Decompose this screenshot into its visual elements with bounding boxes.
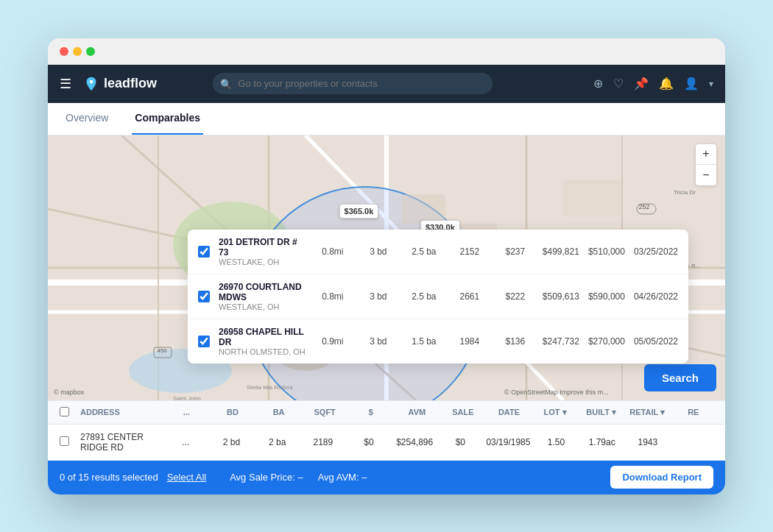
comp-ppsf-3: $136 — [497, 336, 534, 347]
comparable-address-3: 26958 CHAPEL HILL DR NORTH OLMSTED, OH — [219, 327, 306, 356]
col-header-ba: BA — [258, 408, 299, 416]
col-header-bd: BD — [213, 408, 253, 416]
row-sale: $0 — [440, 437, 480, 447]
tabs-bar: Overview Comparables — [48, 103, 725, 135]
comparables-popup: 201 DETROIT DR # 73 WESTLAKE, OH 0.8mi 3… — [188, 230, 688, 363]
col-header-date: DATE — [489, 408, 529, 416]
row-bd: 2 bd — [211, 437, 251, 447]
col-header-lot[interactable]: LOT ▾ — [535, 408, 576, 417]
traffic-light-green[interactable] — [86, 47, 95, 56]
browser-chrome — [48, 38, 725, 65]
comp-sqft-2: 2661 — [451, 291, 488, 302]
traffic-lights — [60, 47, 95, 65]
avg-sale-price: Avg Sale Price: – — [230, 472, 303, 483]
comp-beds-2: 3 bd — [360, 291, 397, 302]
comparable-checkbox-3[interactable] — [198, 336, 210, 347]
col-header-avm: AVM — [397, 408, 437, 416]
nav-search[interactable]: 🔍 — [213, 73, 493, 94]
row-sqft: 2189 — [303, 437, 343, 447]
comparable-checkbox-2[interactable] — [198, 291, 210, 302]
search-button[interactable]: Search — [644, 364, 716, 391]
col-header-sale: SALE — [443, 408, 484, 416]
select-all-link[interactable]: Select All — [167, 472, 206, 483]
comp-date-2: 04/26/2022 — [634, 291, 678, 302]
logo-icon — [83, 76, 99, 92]
comparable-row: 26970 COURTLAND MDWS WESTLAKE, OH 0.8mi … — [188, 274, 688, 319]
row-built: 1943 — [628, 437, 668, 447]
row-dots: ... — [166, 437, 205, 447]
search-icon: 🔍 — [220, 78, 232, 89]
table-header: ADDRESS ... BD BA SQFT $ AVM SALE DATE L… — [48, 401, 725, 425]
app: ☰ leadflow 🔍 ⊕ ♡ 📌 🔔 👤 ▾ — [48, 65, 725, 494]
comp-avm-2: $509,613 — [543, 291, 579, 302]
user-icon[interactable]: 👤 — [684, 77, 699, 91]
browser-window: ☰ leadflow 🔍 ⊕ ♡ 📌 🔔 👤 ▾ — [48, 38, 725, 494]
comp-sale-2: $590,000 — [588, 291, 625, 302]
comparable-row: 201 DETROIT DR # 73 WESTLAKE, OH 0.8mi 3… — [188, 230, 688, 274]
hamburger-icon[interactable]: ☰ — [60, 76, 71, 92]
navbar: ☰ leadflow 🔍 ⊕ ♡ 📌 🔔 👤 ▾ — [48, 65, 725, 103]
bell-icon[interactable]: 🔔 — [659, 77, 674, 91]
pin-icon[interactable]: 📌 — [634, 77, 649, 91]
avg-avm: Avg AVM: – — [318, 472, 367, 483]
download-report-button[interactable]: Download Report — [610, 466, 713, 489]
comp-sale-1: $510,000 — [588, 247, 625, 257]
comp-dist-3: 0.9mi — [314, 336, 351, 347]
comp-avm-1: $499,821 — [543, 247, 579, 257]
table-area: ADDRESS ... BD BA SQFT $ AVM SALE DATE L… — [48, 400, 725, 461]
traffic-light-yellow[interactable] — [73, 47, 82, 56]
row-address: 27891 CENTER RIDGE RD — [80, 432, 160, 453]
col-header-sqft: SQFT — [305, 408, 345, 416]
comp-beds-3: 3 bd — [360, 336, 397, 347]
search-input[interactable] — [213, 73, 493, 94]
comparable-row: 26958 CHAPEL HILL DR NORTH OLMSTED, OH 0… — [188, 319, 688, 363]
comp-dist-2: 0.8mi — [314, 291, 351, 302]
row-avm: $254,896 — [395, 437, 434, 447]
col-header-address: ADDRESS — [80, 408, 160, 416]
comparable-checkbox-1[interactable] — [198, 246, 210, 258]
svg-text:Tricia Dr: Tricia Dr — [674, 189, 696, 196]
bottom-bar-left: 0 of 15 results selected Select All Avg … — [60, 472, 367, 483]
map-container: Center Ridge Rd Yeoman Dr Chaucer Dr Mel… — [48, 135, 725, 400]
comp-beds-1: 3 bd — [360, 247, 397, 257]
avg-labels: Avg Sale Price: – Avg AVM: – — [230, 472, 367, 483]
logo: leadflow — [83, 76, 157, 92]
comp-baths-1: 2.5 ba — [406, 247, 442, 257]
zoom-out-button[interactable]: − — [696, 165, 716, 185]
row-ba: 2 ba — [258, 437, 297, 447]
traffic-light-red[interactable] — [60, 47, 68, 56]
tab-overview[interactable]: Overview — [63, 103, 111, 135]
row-retail: 1.79ac — [582, 437, 622, 447]
col-header-built[interactable]: BUILT ▾ — [581, 408, 621, 417]
col-header-price: $ — [350, 408, 391, 416]
comp-date-1: 03/25/2022 — [634, 247, 678, 257]
col-header-dots: ... — [166, 408, 207, 416]
svg-text:Saint John: Saint John — [173, 395, 201, 400]
comp-baths-3: 1.5 ba — [406, 336, 442, 347]
comp-ppsf-2: $222 — [497, 291, 534, 302]
svg-text:Stella Mia Ristora: Stella Mia Ristora — [247, 384, 293, 391]
svg-text:450: 450 — [157, 347, 167, 354]
svg-text:© OpenStreetMap  Improve this : © OpenStreetMap Improve this m... — [504, 389, 609, 396]
svg-rect-17 — [401, 194, 445, 224]
heart-icon[interactable]: ♡ — [613, 77, 624, 91]
row-price: $0 — [349, 437, 389, 447]
row-checkbox[interactable] — [60, 436, 69, 446]
comp-ppsf-1: $237 — [497, 247, 534, 257]
comp-date-3: 05/05/2022 — [634, 336, 678, 347]
map-zoom-controls: + − — [696, 144, 716, 185]
svg-text:© mapbox: © mapbox — [54, 389, 85, 396]
comp-baths-2: 2.5 ba — [406, 291, 442, 302]
zoom-in-button[interactable]: + — [696, 144, 716, 165]
comp-sale-3: $270,000 — [588, 336, 625, 347]
comp-dist-1: 0.8mi — [314, 247, 351, 257]
add-icon[interactable]: ⊕ — [593, 77, 603, 91]
comparable-address-2: 26970 COURTLAND MDWS WESTLAKE, OH — [219, 282, 306, 311]
row-lot: 1.50 — [536, 437, 576, 447]
svg-point-0 — [90, 79, 93, 83]
nav-actions: ⊕ ♡ 📌 🔔 👤 ▾ — [593, 77, 713, 91]
chevron-down-icon[interactable]: ▾ — [709, 79, 713, 89]
select-all-checkbox[interactable] — [60, 407, 69, 416]
col-header-retail[interactable]: RETAIL ▾ — [627, 408, 668, 417]
tab-comparables[interactable]: Comparables — [132, 103, 203, 135]
